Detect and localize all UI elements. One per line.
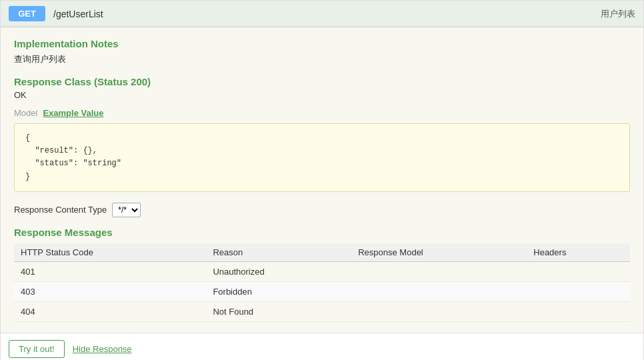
cell-headers: [527, 281, 630, 301]
response-ok-text: OK: [14, 90, 630, 100]
cell-code: 403: [14, 281, 206, 301]
implementation-notes-text: 查询用户列表: [14, 53, 630, 65]
content-type-select[interactable]: */*: [112, 203, 141, 217]
bottom-bar: Try it out! Hide Response: [1, 333, 643, 360]
api-panel: GET /getUserList 用户列表 Implementation Not…: [0, 0, 644, 360]
content-area: Implementation Notes 查询用户列表 Response Cla…: [1, 27, 643, 333]
response-class-section: Response Class (Status 200) OK: [14, 76, 630, 100]
response-messages-table: HTTP Status Code Reason Response Model H…: [14, 243, 630, 322]
cell-code: 404: [14, 301, 206, 321]
cell-model: [351, 281, 527, 301]
cell-model: [351, 301, 527, 321]
cell-headers: [527, 261, 630, 281]
hide-response-link[interactable]: Hide Response: [73, 344, 132, 354]
col-response-model: Response Model: [351, 243, 527, 262]
method-badge: GET: [9, 6, 45, 21]
json-example-box: { "result": {}, "status": "string" }: [14, 123, 630, 192]
table-row: 403Forbidden: [14, 281, 630, 301]
response-content-type-row: Response Content Type */*: [14, 203, 630, 217]
col-headers: Headers: [527, 243, 630, 262]
response-messages-title: Response Messages: [14, 227, 630, 238]
cell-code: 401: [14, 261, 206, 281]
cell-reason: Not Found: [206, 301, 351, 321]
implementation-notes-title: Implementation Notes: [14, 38, 630, 49]
col-reason: Reason: [206, 243, 351, 262]
cell-headers: [527, 301, 630, 321]
example-value-tab[interactable]: Example Value: [43, 108, 103, 118]
model-tabs: Model Example Value: [14, 108, 630, 118]
response-content-type-label: Response Content Type: [14, 205, 107, 215]
try-it-button[interactable]: Try it out!: [9, 340, 65, 358]
endpoint-header: GET /getUserList 用户列表: [1, 1, 643, 27]
response-class-title: Response Class (Status 200): [14, 76, 630, 87]
table-row: 404Not Found: [14, 301, 630, 321]
model-tab[interactable]: Model: [14, 108, 37, 118]
cell-reason: Unauthorized: [206, 261, 351, 281]
response-messages-section: Response Messages HTTP Status Code Reaso…: [14, 227, 630, 322]
col-status-code: HTTP Status Code: [14, 243, 206, 262]
cell-reason: Forbidden: [206, 281, 351, 301]
endpoint-path: /getUserList: [53, 9, 593, 19]
cell-model: [351, 261, 527, 281]
endpoint-description: 用户列表: [601, 8, 635, 20]
table-row: 401Unauthorized: [14, 261, 630, 281]
implementation-notes-section: Implementation Notes 查询用户列表: [14, 38, 630, 65]
